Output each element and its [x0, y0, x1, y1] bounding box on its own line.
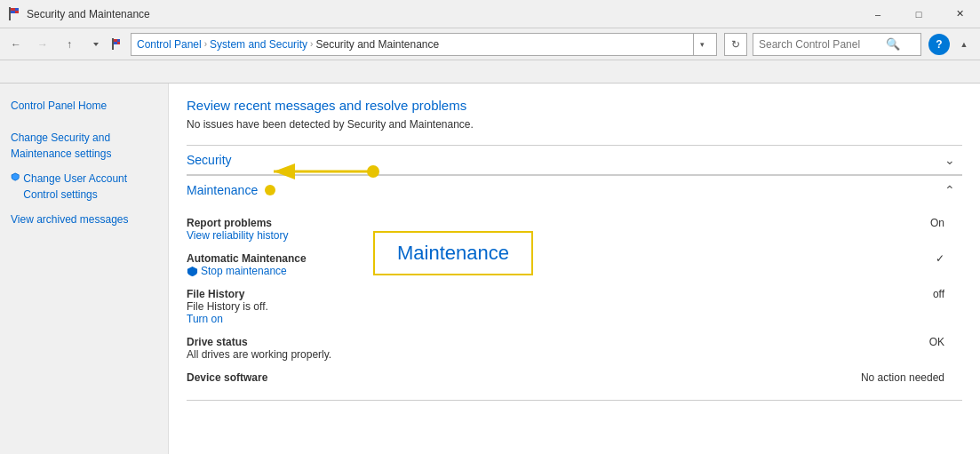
svg-rect-2: [11, 11, 15, 13]
view-reliability-history-link[interactable]: View reliability history: [187, 229, 289, 242]
tooltip-label: Maintenance: [397, 242, 509, 264]
auto-maintenance-status: ✓: [936, 252, 944, 265]
up-button[interactable]: ↑: [57, 32, 82, 57]
file-history-row: File History File History is off. Turn o…: [187, 283, 962, 331]
content-title: Review recent messages and resolve probl…: [187, 98, 962, 113]
security-title: Security: [187, 153, 232, 167]
maintenance-tooltip: Maintenance: [373, 231, 533, 275]
flag-icon: [7, 7, 21, 21]
turn-on-link[interactable]: Turn on: [187, 313, 268, 325]
sidebar-item-change-uac-label: Change User Account Control settings: [23, 171, 157, 203]
help-button[interactable]: ?: [928, 34, 950, 55]
file-history-label: File History: [187, 288, 268, 300]
forward-button[interactable]: →: [30, 32, 55, 57]
device-software-label: Device software: [187, 371, 267, 384]
maintenance-title: Maintenance: [187, 183, 258, 197]
maximize-button[interactable]: □: [898, 0, 939, 28]
sidebar-item-change-uac[interactable]: Change User Account Control settings: [0, 167, 168, 206]
title-controls: – □ ✕: [857, 0, 980, 28]
report-problems-status: On: [930, 217, 944, 229]
report-problems-row: Report problems View reliability history…: [187, 211, 962, 247]
refresh-button[interactable]: ↻: [724, 33, 747, 56]
minimize-button[interactable]: –: [857, 0, 898, 28]
maintenance-section: Maintenance ⌃ Report problems View relia…: [187, 175, 962, 401]
svg-rect-3: [15, 8, 19, 11]
sidebar-item-control-panel-home[interactable]: Control Panel Home: [0, 94, 168, 117]
arrow-annotation: [265, 158, 380, 203]
content-area: Review recent messages and resolve probl…: [169, 84, 980, 454]
svg-rect-8: [114, 42, 117, 44]
device-software-status: No action needed: [861, 371, 944, 384]
file-history-status: off: [933, 288, 944, 300]
auto-maintenance-label: Automatic Maintenance: [187, 252, 307, 265]
breadcrumb-flag-icon: [110, 38, 123, 51]
back-button[interactable]: ←: [4, 32, 28, 57]
svg-point-13: [367, 165, 379, 178]
maintenance-chevron: ⌃: [944, 183, 955, 197]
breadcrumb-bar: Control Panel › System and Security › Se…: [131, 33, 717, 56]
drive-status-value: OK: [929, 336, 944, 348]
maintenance-body: Report problems View reliability history…: [187, 204, 962, 400]
content-subtitle: No issues have been detected by Security…: [187, 118, 962, 131]
recent-locations-button[interactable]: [84, 32, 108, 57]
sidebar-item-change-security[interactable]: Change Security and Maintenance settings: [0, 126, 168, 165]
svg-rect-4: [15, 11, 19, 13]
automatic-maintenance-row: Automatic Maintenance Stop maintenance ✓: [187, 247, 962, 283]
drive-status-row: Drive status All drives are working prop…: [187, 331, 962, 366]
close-button[interactable]: ✕: [939, 0, 980, 28]
drive-status-label: Drive status: [187, 336, 331, 348]
device-software-row: Device software No action needed: [187, 366, 962, 389]
sidebar-item-view-archived[interactable]: View archived messages: [0, 208, 168, 231]
shield-small-icon: [187, 266, 198, 277]
svg-rect-0: [9, 7, 11, 20]
toolbar: [0, 60, 980, 84]
file-history-desc: File History is off.: [187, 300, 268, 313]
search-input[interactable]: [759, 38, 883, 51]
svg-rect-1: [11, 8, 15, 11]
report-problems-label: Report problems: [187, 217, 289, 229]
title-bar: Security and Maintenance – □ ✕: [0, 0, 980, 28]
address-bar: ← → ↑ Control Panel › System and Securit…: [0, 28, 980, 60]
stop-maintenance-link[interactable]: Stop maintenance: [201, 265, 287, 277]
sidebar: Control Panel Home Change Security and M…: [0, 84, 169, 454]
window-title: Security and Maintenance: [27, 8, 150, 20]
svg-rect-7: [114, 39, 117, 42]
breadcrumb-current: Security and Maintenance: [315, 38, 439, 51]
svg-marker-5: [93, 43, 99, 46]
search-button[interactable]: 🔍: [883, 35, 903, 54]
svg-rect-9: [117, 39, 120, 42]
drive-status-desc: All drives are working properly.: [187, 348, 331, 361]
breadcrumb-control-panel[interactable]: Control Panel: [137, 38, 202, 51]
svg-rect-6: [112, 38, 114, 50]
shield-icon: [11, 171, 20, 183]
security-chevron: ⌄: [944, 153, 955, 167]
scrollbar-up[interactable]: ▲: [952, 32, 976, 57]
breadcrumb-dropdown[interactable]: ▾: [693, 33, 711, 56]
svg-rect-10: [117, 42, 120, 44]
search-box: 🔍: [753, 33, 921, 56]
breadcrumb-system-security[interactable]: System and Security: [210, 38, 307, 51]
